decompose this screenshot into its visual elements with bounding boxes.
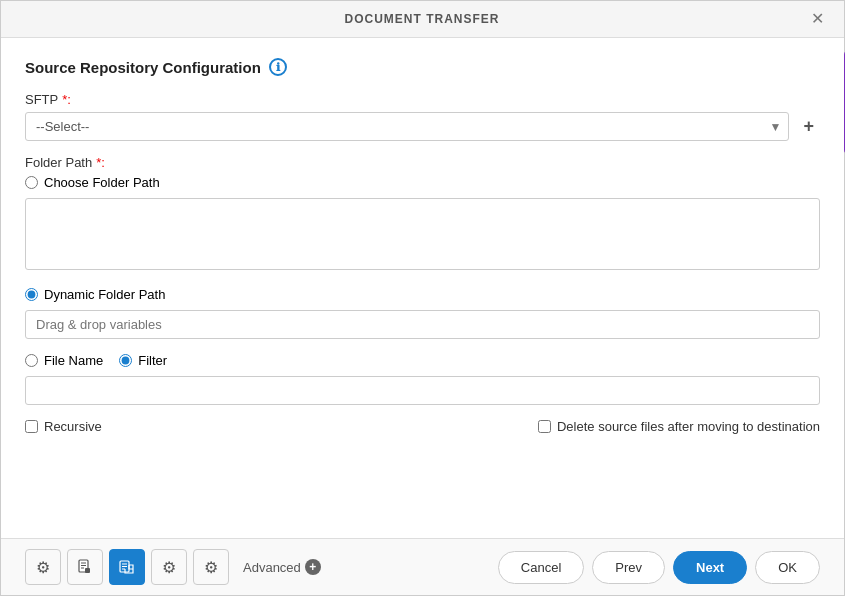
sftp-field-row: SFTP *: --Select-- ▼ +	[25, 92, 820, 141]
step-icons-area: ⚙ ⚙	[25, 549, 321, 585]
title-bar: DOCUMENT TRANSFER ✕	[1, 1, 844, 38]
close-button[interactable]: ✕	[807, 9, 828, 29]
filter-radio[interactable]	[119, 354, 132, 367]
recursive-checkbox[interactable]	[25, 420, 38, 433]
sftp-label: SFTP *:	[25, 92, 820, 107]
prev-button[interactable]: Prev	[592, 551, 665, 584]
step-icon-3[interactable]	[109, 549, 145, 585]
advanced-plus-icon: +	[305, 559, 321, 575]
filter-input-row: *.*	[25, 376, 820, 405]
step-icon-5[interactable]: ⚙	[193, 549, 229, 585]
step-icon-2[interactable]	[67, 549, 103, 585]
sftp-required: *:	[62, 92, 71, 107]
dynamic-folder-radio[interactable]	[25, 288, 38, 301]
advanced-label: Advanced	[243, 560, 301, 575]
section-title-text: Source Repository Configuration	[25, 59, 261, 76]
action-buttons: Cancel Prev Next OK	[498, 551, 820, 584]
sftp-add-button[interactable]: +	[797, 114, 820, 139]
checkbox-row: Recursive Delete source files after movi…	[25, 419, 820, 434]
dynamic-folder-radio-group: Dynamic Folder Path	[25, 287, 820, 302]
folder-path-textarea[interactable]	[25, 198, 820, 270]
delete-source-checkbox[interactable]	[538, 420, 551, 433]
svg-rect-4	[85, 568, 90, 573]
dialog-title: DOCUMENT TRANSFER	[37, 12, 807, 26]
choose-folder-label[interactable]: Choose Folder Path	[44, 175, 160, 190]
recursive-text: Recursive	[44, 419, 102, 434]
folder-path-required: *:	[96, 155, 105, 170]
cancel-button[interactable]: Cancel	[498, 551, 584, 584]
sftp-row: --Select-- ▼ +	[25, 112, 820, 141]
bottom-toolbar: ⚙ ⚙	[1, 538, 844, 595]
filter-input[interactable]: *.*	[25, 376, 820, 405]
delete-source-text: Delete source files after moving to dest…	[557, 419, 820, 434]
dynamic-folder-label[interactable]: Dynamic Folder Path	[44, 287, 165, 302]
dynamic-folder-input-row	[25, 310, 820, 339]
filename-radio-group: File Name	[25, 353, 103, 368]
filename-radio[interactable]	[25, 354, 38, 367]
recursive-checkbox-label[interactable]: Recursive	[25, 419, 102, 434]
choose-folder-radio[interactable]	[25, 176, 38, 189]
ok-button[interactable]: OK	[755, 551, 820, 584]
file-filter-row: File Name Filter	[25, 353, 820, 368]
next-button[interactable]: Next	[673, 551, 747, 584]
dynamic-folder-input[interactable]	[25, 310, 820, 339]
folder-textarea-row	[25, 198, 820, 273]
delete-source-checkbox-label[interactable]: Delete source files after moving to dest…	[538, 419, 820, 434]
filter-radio-group: Filter	[119, 353, 167, 368]
info-icon[interactable]: ℹ	[269, 58, 287, 76]
section-title: Source Repository Configuration ℹ	[25, 58, 820, 76]
filename-label[interactable]: File Name	[44, 353, 103, 368]
main-content: Source Repository Configuration ℹ SFTP *…	[1, 38, 844, 538]
advanced-button[interactable]: Advanced +	[243, 559, 321, 575]
filter-label[interactable]: Filter	[138, 353, 167, 368]
folder-path-label: Folder Path *:	[25, 155, 820, 170]
sftp-select-wrapper: --Select-- ▼	[25, 112, 789, 141]
sftp-select[interactable]: --Select--	[25, 112, 789, 141]
step-icon-1[interactable]: ⚙	[25, 549, 61, 585]
dialog: DOCUMENT TRANSFER ✕ ❮ App Data Source Re…	[0, 0, 845, 596]
step-icon-4[interactable]: ⚙	[151, 549, 187, 585]
choose-folder-radio-group: Choose Folder Path	[25, 175, 820, 190]
